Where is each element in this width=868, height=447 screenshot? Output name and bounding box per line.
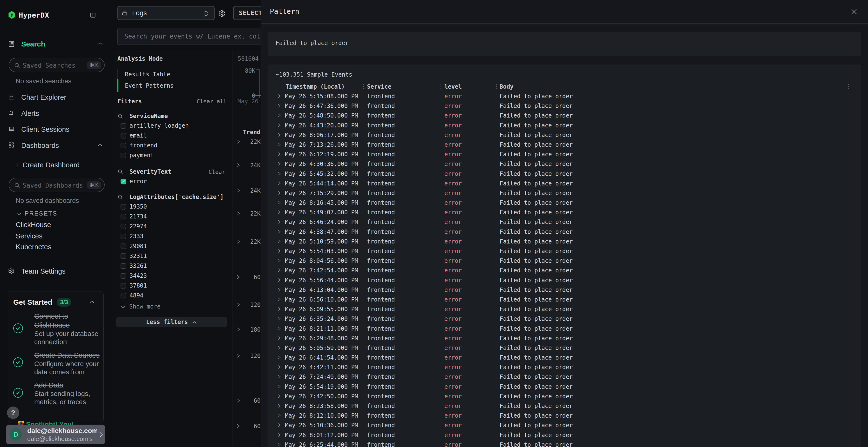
event-row[interactable]: May 26 4:43:20.000 PM frontend error Fai… [268,121,861,130]
preset-link[interactable]: ClickHouse [16,221,51,229]
filter-checkbox[interactable]: 33261 [121,261,227,271]
event-row[interactable]: May 26 5:44:14.000 PM frontend error Fai… [268,179,861,188]
event-row[interactable]: May 26 5:48:50.000 PM frontend error Fai… [268,111,861,121]
preset-link[interactable]: Kubernetes [16,243,51,251]
event-row[interactable]: May 26 5:45:32.000 PM frontend error Fai… [268,169,861,179]
event-row[interactable]: May 26 6:25:44.000 PM frontend error Fai… [268,440,861,447]
event-row[interactable]: May 26 4:30:36.000 PM frontend error Fai… [268,159,861,169]
filter-checkbox[interactable]: 2333 [121,232,227,242]
event-service: frontend [367,209,395,216]
col-header-body[interactable]: Body [500,83,514,90]
event-row[interactable]: May 26 4:13:04.000 PM frontend error Fai… [268,285,861,295]
show-more-button[interactable]: Show more [121,303,161,310]
event-row[interactable]: May 26 6:09:55.000 PM frontend error Fai… [268,304,861,314]
filter-checkbox[interactable]: email [121,131,227,141]
sidebar-item-search[interactable]: Search [8,40,105,49]
event-row[interactable]: May 26 5:10:59.000 PM frontend error Fai… [268,237,861,246]
event-body: Failed to place order [500,122,572,129]
event-row[interactable]: May 26 6:35:24.000 PM frontend error Fai… [268,314,861,324]
event-row[interactable]: May 26 6:56:10.000 PM frontend error Fai… [268,295,861,304]
event-row[interactable]: May 26 5:15:08.000 PM frontend error Fai… [268,92,861,101]
filter-option-label: 19350 [129,203,147,210]
event-row[interactable]: May 26 5:54:19.000 PM frontend error Fai… [268,382,861,391]
event-row[interactable]: May 26 5:10:36.000 PM frontend error Fai… [268,420,861,430]
event-level: error [444,267,462,274]
event-row[interactable]: May 26 7:42:54.000 PM frontend error Fai… [268,266,861,275]
filter-checkbox[interactable]: 34423 [121,271,227,281]
filter-checkbox[interactable]: 21734 [121,212,227,222]
event-row[interactable]: May 26 8:06:17.000 PM frontend error Fai… [268,130,861,140]
saved-dashboards-input[interactable]: Saved Dashboards ⌘K [9,178,105,192]
event-row[interactable]: May 26 6:41:54.000 PM frontend error Fai… [268,353,861,363]
source-select[interactable]: Logs [117,6,215,20]
event-row[interactable]: May 26 5:56:44.000 PM frontend error Fai… [268,276,861,285]
event-row[interactable]: May 26 7:24:49.000 PM frontend error Fai… [268,372,861,382]
filter-checkbox[interactable]: payment [121,151,227,161]
filter-checkbox[interactable]: 4894 [121,291,227,301]
col-header-level[interactable]: level [444,83,462,90]
event-body: Failed to place order [500,277,572,284]
column-grip-icon[interactable]: ⋮ [493,83,500,90]
event-row[interactable]: May 26 8:12:10.000 PM frontend error Fai… [268,411,861,420]
filter-checkbox[interactable]: 32311 [121,251,227,261]
user-account-button[interactable]: D dale@clickhouse.com dale@clickhouse.co… [6,424,105,444]
event-row[interactable]: May 26 5:54:03.000 PM frontend error Fai… [268,246,861,256]
event-row[interactable]: May 26 5:05:59.000 PM frontend error Fai… [268,343,861,353]
filter-checkbox[interactable]: frontend [121,141,227,151]
column-grip-icon[interactable]: ⋮ [361,83,367,90]
event-body: Failed to place order [500,306,572,313]
get-started-header[interactable]: Get Started 3/3 [13,298,98,307]
filter-checkbox-checked[interactable]: error [121,177,227,187]
filter-checkbox[interactable]: 37801 [121,281,227,291]
chevron-right-icon [277,142,281,147]
event-row[interactable]: May 26 8:21:11.000 PM frontend error Fai… [268,324,861,334]
pattern-count: 180 [250,326,261,333]
sidebar-item-client-sessions[interactable]: Client Sessions [8,126,105,134]
preset-link[interactable]: Services [16,232,42,240]
event-row[interactable]: May 26 4:42:11.000 PM frontend error Fai… [268,363,861,372]
mode-event-patterns[interactable]: Event Patterns [125,82,174,89]
event-row[interactable]: May 26 7:42:50.000 PM frontend error Fai… [268,391,861,401]
source-settings-gear-icon[interactable] [218,10,225,17]
event-row[interactable]: May 26 8:23:58.000 PM frontend error Fai… [268,401,861,411]
help-button[interactable]: ? [7,407,19,419]
saved-searches-input[interactable]: Saved Searches ⌘K [9,58,105,72]
event-row[interactable]: May 26 8:04:56.000 PM frontend error Fai… [268,256,861,266]
filter-checkbox[interactable]: 29081 [121,242,227,251]
event-row[interactable]: May 26 4:38:47.000 PM frontend error Fai… [268,227,861,237]
event-row[interactable]: May 26 7:15:29.000 PM frontend error Fai… [268,188,861,198]
col-header-service[interactable]: Service [367,83,391,90]
event-row[interactable]: May 26 6:12:19.000 PM frontend error Fai… [268,149,861,159]
sidebar-item-team-settings[interactable]: Team Settings [8,267,105,276]
create-dashboard-button[interactable]: +Create Dashboard [15,161,80,169]
sidebar-item-alerts[interactable]: Alerts [8,110,105,118]
close-icon[interactable] [850,8,858,15]
event-service: frontend [367,141,395,148]
sidebar-item-dashboards[interactable]: Dashboards [8,142,105,150]
event-row[interactable]: May 26 5:49:07.000 PM frontend error Fai… [268,208,861,217]
filter-checkbox[interactable]: 19350 [121,202,227,212]
sidebar-item-chart-explorer[interactable]: Chart Explorer [8,94,105,102]
filter-checkbox[interactable]: artillery-loadgen [121,121,227,131]
event-row[interactable]: May 26 8:01:12.000 PM frontend error Fai… [268,431,861,440]
column-grip-icon[interactable]: ⋮ [438,83,444,90]
col-header-timestamp[interactable]: Timestamp (Local) [285,83,345,90]
event-row[interactable]: May 26 6:46:24.000 PM frontend error Fai… [268,217,861,227]
event-row[interactable]: May 26 6:29:48.000 PM frontend error Fai… [268,334,861,343]
event-level: error [444,238,462,245]
event-row[interactable]: May 26 8:16:45.000 PM frontend error Fai… [268,198,861,208]
event-timestamp: May 26 8:04:56.000 PM [285,257,358,264]
event-timestamp: May 26 7:42:54.000 PM [285,267,358,274]
clear-all-filters-button[interactable]: Clear all [196,98,227,105]
less-filters-button[interactable]: Less filters [116,317,227,327]
user-team: dale@clickhouse.com's [27,435,97,443]
event-row[interactable]: May 26 7:13:26.000 PM frontend error Fai… [268,140,861,149]
clear-severity-button[interactable]: Clear [209,169,225,175]
presets-toggle[interactable]: PRESETS [17,210,57,217]
logs-source-icon [122,10,128,16]
event-row[interactable]: May 26 6:47:36.000 PM frontend error Fai… [268,101,861,111]
column-grip-icon[interactable]: ⋮ [845,83,851,90]
filter-checkbox[interactable]: 22974 [121,222,227,232]
sidebar-collapse-icon[interactable] [90,12,96,18]
mode-results-table[interactable]: Results Table [125,71,170,78]
